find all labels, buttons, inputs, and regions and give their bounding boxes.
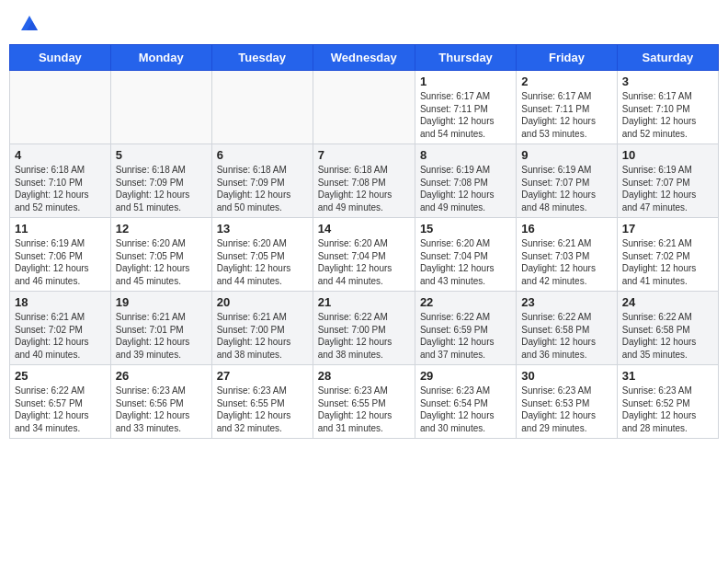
day-content: Sunrise: 6:23 AM Sunset: 6:54 PM Dayligh… — [420, 385, 511, 434]
day-content: Sunrise: 6:23 AM Sunset: 6:52 PM Dayligh… — [622, 385, 713, 434]
day-content: Sunrise: 6:21 AM Sunset: 7:02 PM Dayligh… — [622, 237, 713, 287]
day-of-week-header: Tuesday — [211, 45, 313, 71]
day-content: Sunrise: 6:22 AM Sunset: 6:58 PM Dayligh… — [521, 311, 611, 361]
calendar-header-row: SundayMondayTuesdayWednesdayThursdayFrid… — [10, 45, 719, 71]
calendar-table: SundayMondayTuesdayWednesdayThursdayFrid… — [9, 44, 719, 439]
table-row: 18Sunrise: 6:21 AM Sunset: 7:02 PM Dayli… — [10, 292, 111, 365]
day-number: 23 — [521, 295, 611, 309]
day-content: Sunrise: 6:22 AM Sunset: 6:59 PM Dayligh… — [420, 311, 511, 361]
table-row: 1Sunrise: 6:17 AM Sunset: 7:11 PM Daylig… — [415, 71, 516, 144]
table-row: 9Sunrise: 6:19 AM Sunset: 7:07 PM Daylig… — [517, 144, 617, 218]
day-number: 6 — [217, 148, 308, 162]
day-content: Sunrise: 6:20 AM Sunset: 7:05 PM Dayligh… — [116, 237, 207, 287]
day-number: 25 — [15, 369, 106, 383]
table-row: 11Sunrise: 6:19 AM Sunset: 7:06 PM Dayli… — [10, 218, 111, 292]
day-number: 10 — [622, 148, 713, 162]
table-row: 30Sunrise: 6:23 AM Sunset: 6:53 PM Dayli… — [517, 365, 617, 439]
table-row: 6Sunrise: 6:18 AM Sunset: 7:09 PM Daylig… — [211, 144, 313, 218]
day-of-week-header: Thursday — [415, 45, 516, 71]
table-row: 2Sunrise: 6:17 AM Sunset: 7:11 PM Daylig… — [517, 71, 617, 144]
table-row — [313, 71, 415, 144]
day-number: 4 — [15, 148, 106, 162]
day-content: Sunrise: 6:19 AM Sunset: 7:08 PM Dayligh… — [420, 164, 511, 213]
logo-icon — [19, 14, 40, 34]
table-row: 13Sunrise: 6:20 AM Sunset: 7:05 PM Dayli… — [211, 218, 313, 292]
day-content: Sunrise: 6:22 AM Sunset: 6:57 PM Dayligh… — [15, 385, 106, 434]
day-number: 2 — [521, 75, 611, 88]
table-row — [110, 71, 211, 144]
table-row: 19Sunrise: 6:21 AM Sunset: 7:01 PM Dayli… — [110, 292, 211, 365]
day-number: 14 — [318, 222, 410, 236]
table-row: 17Sunrise: 6:21 AM Sunset: 7:02 PM Dayli… — [617, 218, 718, 292]
day-content: Sunrise: 6:17 AM Sunset: 7:11 PM Dayligh… — [420, 90, 511, 140]
day-number: 15 — [420, 222, 511, 236]
day-content: Sunrise: 6:18 AM Sunset: 7:09 PM Dayligh… — [217, 164, 308, 213]
day-content: Sunrise: 6:21 AM Sunset: 7:00 PM Dayligh… — [217, 311, 308, 361]
table-row: 23Sunrise: 6:22 AM Sunset: 6:58 PM Dayli… — [517, 292, 617, 365]
day-number: 26 — [116, 369, 207, 383]
day-content: Sunrise: 6:23 AM Sunset: 6:53 PM Dayligh… — [521, 385, 611, 434]
table-row: 12Sunrise: 6:20 AM Sunset: 7:05 PM Dayli… — [110, 218, 211, 292]
table-row: 16Sunrise: 6:21 AM Sunset: 7:03 PM Dayli… — [517, 218, 617, 292]
day-of-week-header: Monday — [110, 45, 211, 71]
day-content: Sunrise: 6:21 AM Sunset: 7:01 PM Dayligh… — [116, 311, 207, 361]
day-number: 28 — [318, 369, 410, 383]
table-row: 27Sunrise: 6:23 AM Sunset: 6:55 PM Dayli… — [211, 365, 313, 439]
day-number: 7 — [318, 148, 410, 162]
table-row: 22Sunrise: 6:22 AM Sunset: 6:59 PM Dayli… — [415, 292, 516, 365]
day-content: Sunrise: 6:18 AM Sunset: 7:09 PM Dayligh… — [116, 164, 207, 213]
day-content: Sunrise: 6:22 AM Sunset: 7:00 PM Dayligh… — [318, 311, 410, 361]
day-content: Sunrise: 6:20 AM Sunset: 7:04 PM Dayligh… — [318, 237, 410, 287]
table-row: 14Sunrise: 6:20 AM Sunset: 7:04 PM Dayli… — [313, 218, 415, 292]
day-content: Sunrise: 6:17 AM Sunset: 7:10 PM Dayligh… — [622, 90, 713, 140]
day-number: 13 — [217, 222, 308, 236]
logo — [18, 14, 40, 30]
table-row — [10, 71, 111, 144]
day-of-week-header: Wednesday — [313, 45, 415, 71]
day-content: Sunrise: 6:17 AM Sunset: 7:11 PM Dayligh… — [521, 90, 611, 140]
table-row: 10Sunrise: 6:19 AM Sunset: 7:07 PM Dayli… — [617, 144, 718, 218]
calendar-week-row: 11Sunrise: 6:19 AM Sunset: 7:06 PM Dayli… — [10, 218, 719, 292]
day-number: 20 — [217, 295, 308, 309]
page-header — [9, 9, 719, 35]
day-number: 18 — [15, 295, 106, 309]
table-row: 24Sunrise: 6:22 AM Sunset: 6:58 PM Dayli… — [617, 292, 718, 365]
calendar-week-row: 4Sunrise: 6:18 AM Sunset: 7:10 PM Daylig… — [10, 144, 719, 218]
calendar-week-row: 18Sunrise: 6:21 AM Sunset: 7:02 PM Dayli… — [10, 292, 719, 365]
day-content: Sunrise: 6:21 AM Sunset: 7:02 PM Dayligh… — [15, 311, 106, 361]
day-content: Sunrise: 6:18 AM Sunset: 7:10 PM Dayligh… — [15, 164, 106, 213]
table-row: 7Sunrise: 6:18 AM Sunset: 7:08 PM Daylig… — [313, 144, 415, 218]
day-content: Sunrise: 6:20 AM Sunset: 7:04 PM Dayligh… — [420, 237, 511, 287]
day-content: Sunrise: 6:23 AM Sunset: 6:55 PM Dayligh… — [217, 385, 308, 434]
day-number: 19 — [116, 295, 207, 309]
day-content: Sunrise: 6:18 AM Sunset: 7:08 PM Dayligh… — [318, 164, 410, 213]
day-number: 5 — [116, 148, 207, 162]
table-row: 20Sunrise: 6:21 AM Sunset: 7:00 PM Dayli… — [211, 292, 313, 365]
day-number: 9 — [521, 148, 611, 162]
table-row — [211, 71, 313, 144]
day-number: 29 — [420, 369, 511, 383]
day-number: 31 — [622, 369, 713, 383]
day-content: Sunrise: 6:19 AM Sunset: 7:07 PM Dayligh… — [622, 164, 713, 213]
day-number: 1 — [420, 75, 511, 88]
day-content: Sunrise: 6:19 AM Sunset: 7:06 PM Dayligh… — [15, 237, 106, 287]
day-content: Sunrise: 6:21 AM Sunset: 7:03 PM Dayligh… — [521, 237, 611, 287]
day-number: 3 — [622, 75, 713, 88]
table-row: 5Sunrise: 6:18 AM Sunset: 7:09 PM Daylig… — [110, 144, 211, 218]
day-content: Sunrise: 6:19 AM Sunset: 7:07 PM Dayligh… — [521, 164, 611, 213]
table-row: 29Sunrise: 6:23 AM Sunset: 6:54 PM Dayli… — [415, 365, 516, 439]
day-number: 12 — [116, 222, 207, 236]
calendar-week-row: 25Sunrise: 6:22 AM Sunset: 6:57 PM Dayli… — [10, 365, 719, 439]
day-content: Sunrise: 6:20 AM Sunset: 7:05 PM Dayligh… — [217, 237, 308, 287]
day-content: Sunrise: 6:23 AM Sunset: 6:55 PM Dayligh… — [318, 385, 410, 434]
day-number: 8 — [420, 148, 511, 162]
day-content: Sunrise: 6:23 AM Sunset: 6:56 PM Dayligh… — [116, 385, 207, 434]
table-row: 8Sunrise: 6:19 AM Sunset: 7:08 PM Daylig… — [415, 144, 516, 218]
day-number: 24 — [622, 295, 713, 309]
table-row: 28Sunrise: 6:23 AM Sunset: 6:55 PM Dayli… — [313, 365, 415, 439]
day-number: 11 — [15, 222, 106, 236]
day-number: 17 — [622, 222, 713, 236]
table-row: 15Sunrise: 6:20 AM Sunset: 7:04 PM Dayli… — [415, 218, 516, 292]
table-row: 25Sunrise: 6:22 AM Sunset: 6:57 PM Dayli… — [10, 365, 111, 439]
day-number: 30 — [521, 369, 611, 383]
